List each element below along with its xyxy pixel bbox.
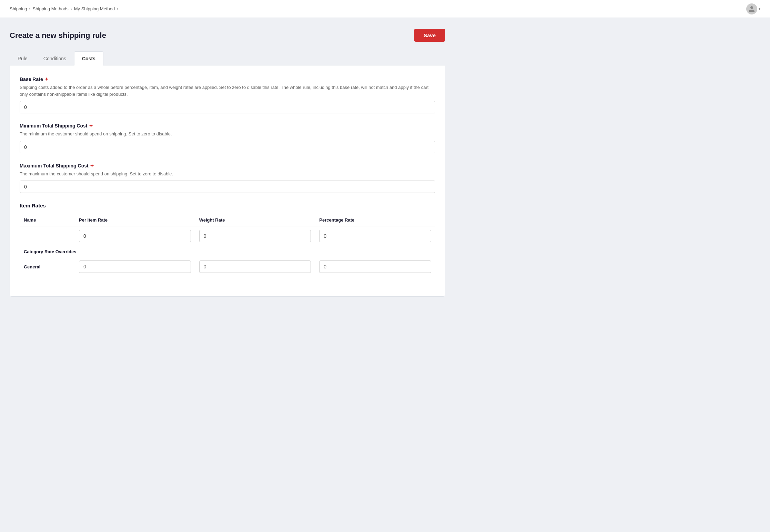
breadcrumb-sep-2: › [71, 7, 72, 11]
min-shipping-cost-required: ✦ [89, 123, 93, 129]
min-shipping-cost-section: Minimum Total Shipping Cost ✦ The minimu… [20, 123, 435, 153]
item-rates-section: Item Rates Name Per Item Rate Weight Rat… [20, 203, 435, 276]
breadcrumb-sep-1: › [29, 7, 31, 11]
category-general-weight-cell [195, 258, 315, 276]
tab-conditions[interactable]: Conditions [36, 51, 74, 65]
category-general-percentage-cell [315, 258, 435, 276]
row-name-cell [20, 226, 75, 246]
min-shipping-cost-description: The minimum the customer should spend on… [20, 131, 435, 137]
weight-rate-input[interactable] [199, 230, 311, 242]
min-shipping-cost-input[interactable] [20, 141, 435, 153]
max-shipping-cost-required: ✦ [90, 163, 94, 168]
category-general-name: General [20, 258, 75, 276]
base-rate-label: Base Rate ✦ [20, 76, 435, 82]
row-per-item-cell [75, 226, 195, 246]
min-shipping-cost-label: Minimum Total Shipping Cost ✦ [20, 123, 435, 129]
max-shipping-cost-input[interactable] [20, 181, 435, 193]
breadcrumb-my-shipping-method[interactable]: My Shipping Method [74, 6, 115, 11]
row-weight-cell [195, 226, 315, 246]
max-shipping-cost-label: Maximum Total Shipping Cost ✦ [20, 163, 435, 168]
max-shipping-cost-description: The maximum the customer should spend on… [20, 171, 435, 177]
base-rate-section: Base Rate ✦ Shipping costs added to the … [20, 76, 435, 113]
item-rates-title: Item Rates [20, 203, 435, 208]
topbar: Shipping › Shipping Methods › My Shippin… [0, 0, 770, 18]
tabs: Rule Conditions Costs [10, 51, 445, 65]
form-card: Base Rate ✦ Shipping costs added to the … [10, 65, 445, 297]
percentage-rate-input[interactable] [319, 230, 431, 242]
save-button[interactable]: Save [414, 29, 445, 42]
base-rate-input[interactable] [20, 101, 435, 113]
category-overrides-title: Category Rate Overrides [20, 246, 435, 258]
category-general-row: General [20, 258, 435, 276]
tab-rule[interactable]: Rule [10, 51, 36, 65]
page-header: Create a new shipping rule Save [10, 29, 445, 42]
base-rate-required: ✦ [44, 76, 49, 82]
table-header-row: Name Per Item Rate Weight Rate Percentag… [20, 214, 435, 226]
item-rates-table: Name Per Item Rate Weight Rate Percentag… [20, 214, 435, 276]
row-percentage-cell [315, 226, 435, 246]
page-title: Create a new shipping rule [10, 31, 106, 40]
tab-costs[interactable]: Costs [74, 51, 103, 65]
col-header-weight: Weight Rate [195, 214, 315, 226]
main-content: Create a new shipping rule Save Rule Con… [0, 18, 455, 308]
category-general-weight-input[interactable] [199, 260, 311, 273]
col-header-name: Name [20, 214, 75, 226]
base-rate-description: Shipping costs added to the order as a w… [20, 84, 435, 98]
avatar [746, 3, 757, 14]
category-general-percentage-input[interactable] [319, 260, 431, 273]
breadcrumb-shipping-methods[interactable]: Shipping Methods [33, 6, 69, 11]
category-general-per-item-input[interactable] [79, 260, 191, 273]
table-row [20, 226, 435, 246]
col-header-percentage: Percentage Rate [315, 214, 435, 226]
user-chevron-icon: ▾ [759, 7, 760, 11]
category-overrides-header-row: Category Rate Overrides [20, 246, 435, 258]
col-header-per-item: Per Item Rate [75, 214, 195, 226]
per-item-rate-input[interactable] [79, 230, 191, 242]
category-general-per-item-cell [75, 258, 195, 276]
max-shipping-cost-section: Maximum Total Shipping Cost ✦ The maximu… [20, 163, 435, 193]
user-menu[interactable]: ▾ [746, 3, 760, 14]
breadcrumb: Shipping › Shipping Methods › My Shippin… [10, 6, 118, 11]
breadcrumb-sep-3: › [117, 7, 118, 11]
breadcrumb-shipping[interactable]: Shipping [10, 6, 27, 11]
